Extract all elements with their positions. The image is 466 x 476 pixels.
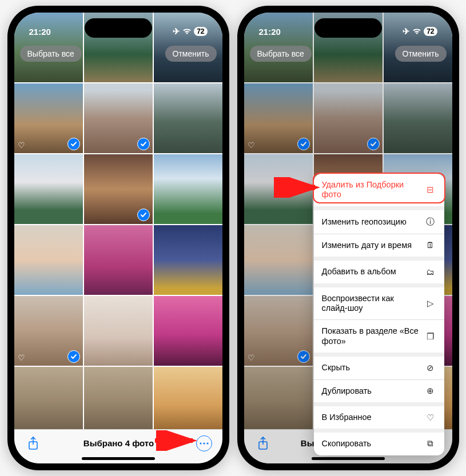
album-add-icon: 🗂 <box>425 267 436 277</box>
photo-thumbnail[interactable] <box>84 83 153 153</box>
photo-grid[interactable]: ♡♡ <box>14 13 222 429</box>
status-time: 21:20 <box>259 27 281 37</box>
menu-item[interactable]: Удалить из Подборки фото⊟ <box>314 174 444 206</box>
selection-count-label: Выбрано 4 фото <box>83 438 154 448</box>
svg-point-2 <box>203 442 205 444</box>
photo-thumbnail[interactable]: ♡ <box>14 296 83 366</box>
menu-item-label: Скопировать <box>322 439 419 449</box>
status-right: ✈︎ 72 <box>173 26 207 37</box>
photo-thumbnail[interactable] <box>154 367 222 429</box>
bottom-toolbar: Выбрано 4 фото <box>14 429 222 463</box>
favorite-heart-icon: ♡ <box>18 353 25 362</box>
selected-checkmark-icon <box>137 209 150 221</box>
photo-thumbnail[interactable] <box>154 225 222 295</box>
menu-item-label: Изменить геопозицию <box>322 217 419 227</box>
menu-item-label: Изменить дату и время <box>322 241 419 250</box>
airplane-icon: ✈︎ <box>173 26 180 37</box>
battery-indicator: 72 <box>194 27 207 36</box>
select-all-button[interactable]: Выбрать все <box>250 46 312 62</box>
svg-point-3 <box>206 442 208 444</box>
menu-item[interactable]: Скрыть⊘ <box>314 357 444 379</box>
photo-thumbnail[interactable] <box>14 367 83 429</box>
select-all-button[interactable]: Выбрать все <box>20 46 82 62</box>
svg-point-1 <box>200 442 201 444</box>
iphone-mockup-left: 21:20 ✈︎ 72 Выбрать все Отменить ♡♡ Выбр… <box>7 6 229 470</box>
menu-item[interactable]: Показать в разделе «Все фото»❐ <box>314 320 444 353</box>
menu-item-label: Воспроизвести как слайд-шоу <box>322 294 419 314</box>
menu-item[interactable]: Дублировать⊕ <box>314 380 444 402</box>
selected-checkmark-icon <box>67 350 80 363</box>
play-icon: ▷ <box>425 299 436 308</box>
photo-thumbnail[interactable] <box>154 83 222 153</box>
menu-item-label: Показать в разделе «Все фото» <box>322 326 419 346</box>
status-right: ✈︎ 72 <box>403 26 437 37</box>
duplicate-icon: ⊕ <box>425 386 436 395</box>
selected-checkmark-icon <box>67 138 80 150</box>
share-button[interactable] <box>25 435 42 452</box>
menu-item[interactable]: Добавить в альбом🗂 <box>314 261 444 283</box>
iphone-mockup-right: 21:20 ✈︎ 72 Выбрать все Отменить ♡♡ Удал… <box>237 6 459 470</box>
stack-icon: ❐ <box>425 332 436 341</box>
cancel-button[interactable]: Отменить <box>395 46 447 62</box>
screen-left: 21:20 ✈︎ 72 Выбрать все Отменить ♡♡ Выбр… <box>14 13 222 463</box>
copy-icon: ⧉ <box>425 439 436 449</box>
photo-thumbnail[interactable] <box>84 367 153 429</box>
heart-icon: ♡ <box>425 413 436 422</box>
photo-thumbnail[interactable] <box>14 225 83 295</box>
menu-item-label: Скрыть <box>322 363 419 373</box>
wifi-icon <box>412 27 421 37</box>
photo-thumbnail[interactable] <box>84 225 153 295</box>
menu-item[interactable]: В Избранное♡ <box>314 406 444 429</box>
status-bar: 21:20 ✈︎ 72 <box>14 13 222 42</box>
context-menu: Удалить из Подборки фото⊟Изменить геопоз… <box>314 174 444 455</box>
menu-item-label: Удалить из Подборки фото <box>322 180 419 200</box>
photo-thumbnail[interactable] <box>154 296 222 366</box>
menu-item[interactable]: Изменить геопозициюⓘ <box>314 210 444 234</box>
calendar-icon: 🗓 <box>425 241 436 250</box>
menu-item[interactable]: Изменить дату и время🗓 <box>314 234 444 257</box>
top-overlay: Выбрать все Отменить <box>20 46 217 62</box>
screen-right: 21:20 ✈︎ 72 Выбрать все Отменить ♡♡ Удал… <box>244 13 452 463</box>
menu-item[interactable]: Скопировать⧉ <box>314 433 444 455</box>
photo-thumbnail[interactable] <box>84 154 153 224</box>
menu-item[interactable]: Воспроизвести как слайд-шоу▷ <box>314 287 444 321</box>
status-time: 21:20 <box>29 27 51 37</box>
top-overlay: Выбрать все Отменить <box>250 46 447 62</box>
status-bar: 21:20 ✈︎ 72 <box>244 13 452 42</box>
wifi-icon <box>182 27 192 37</box>
menu-item-label: Дублировать <box>322 386 419 396</box>
menu-item-label: Добавить в альбом <box>322 267 419 277</box>
airplane-icon: ✈︎ <box>403 26 410 37</box>
menu-item-label: В Избранное <box>322 413 419 422</box>
location-icon: ⓘ <box>425 217 436 227</box>
favorite-heart-icon: ♡ <box>18 141 25 150</box>
more-button[interactable] <box>196 435 212 451</box>
photo-thumbnail[interactable]: ♡ <box>14 83 83 153</box>
remove-from-featured-icon: ⊟ <box>425 185 436 194</box>
photo-thumbnail[interactable] <box>84 296 153 366</box>
cancel-button[interactable]: Отменить <box>165 46 217 62</box>
selected-checkmark-icon <box>137 138 150 150</box>
photo-thumbnail[interactable] <box>154 154 222 224</box>
photo-thumbnail[interactable] <box>14 154 83 224</box>
eye-slash-icon: ⊘ <box>425 363 436 373</box>
battery-indicator: 72 <box>424 27 437 36</box>
home-indicator[interactable] <box>82 457 155 460</box>
